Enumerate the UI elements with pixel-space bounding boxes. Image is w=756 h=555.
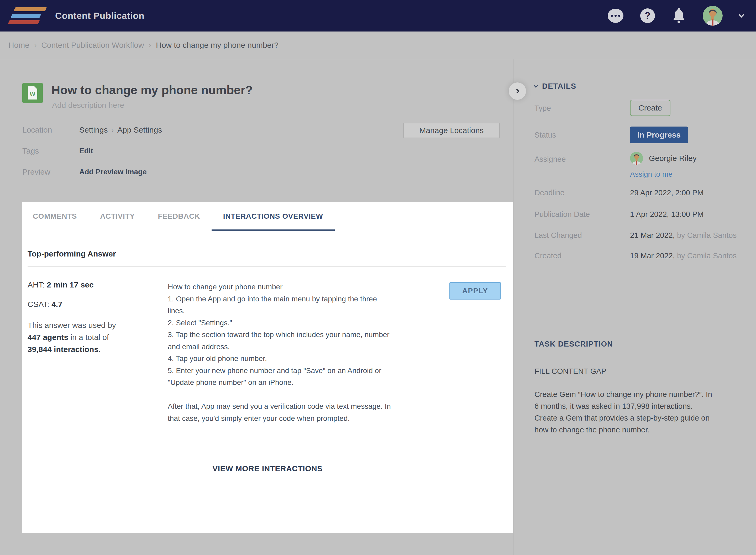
word-document-icon: W	[22, 83, 43, 103]
preview-label: Preview	[22, 168, 50, 176]
last-changed-label: Last Changed	[534, 231, 582, 240]
chevron-right-icon	[515, 89, 519, 93]
section-title: Top-performing Answer	[28, 249, 116, 258]
tab-comments[interactable]: COMMENTS	[33, 212, 77, 231]
breadcrumb-separator: ›	[34, 41, 37, 49]
app-logo-icon[interactable]	[8, 7, 47, 24]
breadcrumb: Home › Content Publication Workflow › Ho…	[0, 32, 756, 59]
breadcrumb-current-page: How to change my phone number?	[156, 41, 278, 50]
assignee-value[interactable]: Georgie Riley	[630, 152, 697, 165]
tags-label: Tags	[22, 146, 39, 156]
collapse-details-button[interactable]	[509, 82, 526, 100]
description-placeholder[interactable]: Add description here	[52, 101, 124, 110]
type-label: Type	[534, 104, 551, 113]
user-menu-chevron-icon[interactable]	[739, 12, 744, 17]
add-preview-image-link[interactable]: Add Preview Image	[79, 168, 147, 176]
aht-stat: AHT: 2 min 17 sec	[28, 281, 160, 289]
details-section-toggle[interactable]: DETAILS	[534, 82, 576, 91]
navbar-actions	[608, 6, 743, 26]
last-changed-value: 21 Mar 2022, by Camila Santos	[630, 231, 737, 240]
breadcrumb-home[interactable]: Home	[8, 41, 30, 50]
tab-feedback[interactable]: FEEDBACK	[158, 212, 200, 231]
assign-to-me-link[interactable]: Assign to me	[630, 170, 672, 178]
deadline-label: Deadline	[534, 188, 564, 197]
usage-stat: This answer was used by 447 agents in a …	[28, 319, 160, 355]
tab-bar: COMMENTS ACTIVITY FEEDBACK INTERACTIONS …	[33, 212, 323, 231]
interactions-overview-card: COMMENTS ACTIVITY FEEDBACK INTERACTIONS …	[22, 202, 513, 533]
edit-tags-link[interactable]: Edit	[79, 147, 93, 155]
publication-date-value: 1 Apr 2022, 13:00 PM	[630, 210, 704, 219]
created-label: Created	[534, 252, 562, 260]
help-icon[interactable]	[640, 8, 655, 23]
status-label: Status	[534, 131, 556, 139]
task-description-header: TASK DESCRIPTION	[534, 340, 613, 348]
apply-button[interactable]: APPLY	[449, 282, 501, 300]
user-avatar[interactable]	[703, 6, 723, 26]
location-value[interactable]: Settings›App Settings	[79, 126, 162, 134]
messages-icon[interactable]	[608, 9, 623, 23]
assignee-label: Assignee	[534, 155, 566, 164]
location-label: Location	[22, 126, 52, 134]
top-answer-text: How to change your phone number 1. Open …	[168, 281, 460, 424]
status-in-progress-chip[interactable]: In Progress	[630, 127, 688, 143]
tab-interactions-overview[interactable]: INTERACTIONS OVERVIEW	[212, 212, 335, 231]
publication-date-label: Publication Date	[534, 210, 590, 219]
created-value: 19 Mar 2022, by Camila Santos	[630, 252, 737, 260]
tab-activity[interactable]: ACTIVITY	[100, 212, 135, 231]
answer-stats: AHT: 2 min 17 sec CSAT: 4.7 This answer …	[28, 281, 160, 355]
deadline-value: 29 Apr 2022, 2:00 PM	[630, 188, 704, 197]
top-navbar: Content Publication	[0, 0, 756, 32]
breadcrumb-separator: ›	[149, 41, 151, 49]
details-sidebar: DETAILS Type Create Status In Progress A…	[515, 59, 756, 555]
divider	[28, 266, 506, 267]
assignee-avatar	[630, 152, 643, 165]
view-more-interactions-link[interactable]: VIEW MORE INTERACTIONS	[22, 464, 513, 473]
page-title: How to change my phone number?	[51, 83, 253, 97]
app-title: Content Publication	[55, 10, 144, 21]
main-content: W How to change my phone number? Add des…	[0, 59, 514, 555]
task-description-body: Create Gem “How to change my phone numbe…	[534, 389, 756, 436]
type-create-chip[interactable]: Create	[630, 100, 670, 116]
notifications-icon[interactable]	[672, 8, 686, 24]
task-subheader: FILL CONTENT GAP	[534, 367, 606, 376]
assignee-name: Georgie Riley	[649, 154, 697, 163]
manage-locations-button[interactable]: Manage Locations	[403, 123, 500, 138]
chevron-down-icon	[534, 84, 538, 88]
breadcrumb-workflow[interactable]: Content Publication Workflow	[41, 41, 144, 50]
csat-stat: CSAT: 4.7	[28, 300, 160, 309]
